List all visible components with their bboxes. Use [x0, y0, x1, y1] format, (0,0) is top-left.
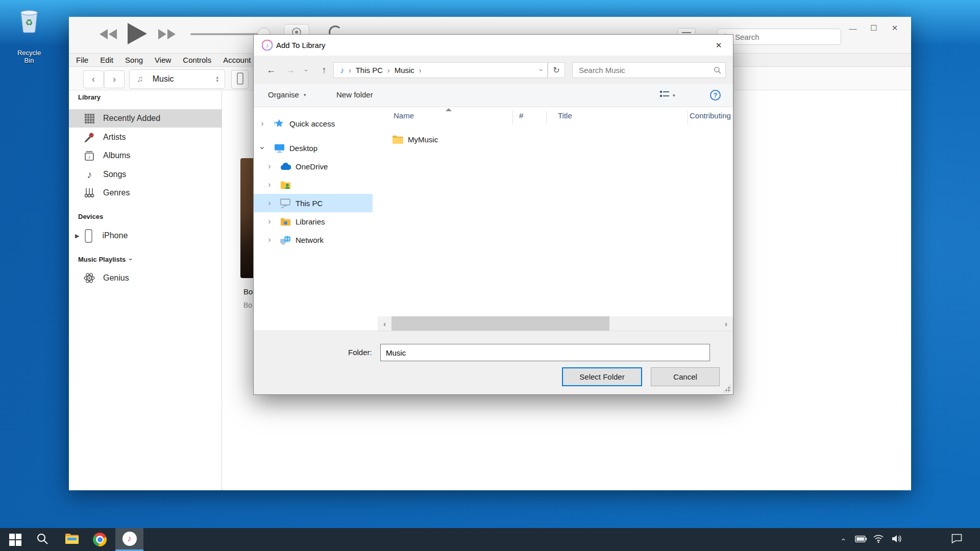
select-folder-button[interactable]: Select Folder	[562, 367, 642, 386]
tray-show-hidden-icons-button[interactable]: ›	[835, 528, 849, 551]
minimize-button[interactable]: —	[845, 22, 861, 34]
sidebar-item-label: Albums	[103, 151, 130, 160]
microphone-icon	[83, 132, 95, 142]
scroll-left-button[interactable]: ‹	[378, 316, 391, 331]
media-kind-selector[interactable]: ♫ Music ▴▾	[129, 69, 225, 89]
taskbar-chrome-button[interactable]	[86, 528, 114, 551]
iphone-device-button[interactable]	[231, 70, 249, 89]
refresh-button[interactable]: ↻	[548, 62, 565, 78]
taskbar-itunes-button[interactable]: ♪	[115, 528, 143, 551]
tree-item-desktop[interactable]: › Desktop	[254, 139, 373, 157]
menu-edit[interactable]: Edit	[100, 56, 113, 64]
scroll-right-button[interactable]: ›	[719, 316, 733, 331]
breadcrumb-separator-icon: ›	[419, 66, 422, 74]
new-folder-button[interactable]: New folder	[336, 90, 373, 99]
sidebar-item-albums[interactable]: ♪ Albums	[69, 146, 222, 165]
organise-menu-button[interactable]: Organise ▾	[268, 90, 306, 99]
chevron-down-icon: ›	[303, 69, 310, 71]
expander-chevron-icon[interactable]: ›	[259, 119, 266, 128]
nav-history-dropdown[interactable]: ›	[301, 62, 312, 78]
menu-account[interactable]: Account	[223, 56, 251, 64]
folder-name-input[interactable]	[380, 344, 710, 361]
tray-action-center-button[interactable]	[948, 528, 965, 551]
minimize-icon: —	[849, 24, 857, 33]
sidebar-item-recently-added[interactable]: Recently Added	[69, 109, 222, 128]
cancel-button[interactable]: Cancel	[651, 367, 720, 386]
tray-battery-button[interactable]	[853, 528, 868, 551]
tree-item-onedrive[interactable]: › OneDrive	[254, 157, 373, 176]
menu-controls[interactable]: Controls	[183, 56, 211, 64]
address-dropdown-icon[interactable]: ›	[537, 69, 545, 71]
close-icon: ✕	[716, 41, 722, 50]
expander-chevron-icon[interactable]: ›	[266, 235, 273, 244]
itunes-search-box[interactable]	[717, 29, 841, 45]
breadcrumb-music[interactable]: Music	[395, 66, 414, 74]
itunes-forward-button[interactable]: ›	[104, 70, 125, 88]
tree-item-libraries[interactable]: › Libraries	[254, 212, 373, 231]
rewind-button[interactable]	[99, 29, 117, 42]
sidebar-item-artists[interactable]: Artists	[69, 128, 222, 146]
column-header-title[interactable]: Title	[558, 111, 572, 120]
dialog-close-button[interactable]: ✕	[708, 39, 729, 52]
tree-item-user-folder[interactable]: ›	[254, 176, 373, 194]
sidebar-item-iphone[interactable]: ▶ iPhone	[69, 227, 222, 245]
address-breadcrumb-bar[interactable]: ♪ › This PC › Music › ›	[333, 62, 548, 78]
fast-forward-button[interactable]	[158, 29, 176, 42]
help-button[interactable]: ?	[710, 90, 721, 101]
views-button[interactable]: ▾	[659, 89, 675, 102]
column-header-contributing[interactable]: Contributing artists	[690, 111, 733, 120]
nav-forward-button[interactable]: →	[282, 62, 299, 78]
expander-chevron-icon[interactable]: ›	[266, 217, 273, 226]
volume-slider-track[interactable]	[190, 33, 259, 35]
column-separator[interactable]	[546, 110, 547, 124]
horizontal-scrollbar[interactable]: ‹ ›	[378, 316, 733, 331]
expander-chevron-icon[interactable]: ›	[266, 180, 273, 189]
music-note-icon: ♪	[83, 169, 95, 181]
itunes-search-input[interactable]	[734, 32, 833, 42]
dialog-search-box[interactable]	[572, 62, 726, 78]
desktop: ♻ Recycle Bin — ☐ ✕ File Edit	[0, 0, 980, 551]
sidebar-item-genius[interactable]: Genius	[69, 269, 222, 287]
breadcrumb-this-pc[interactable]: This PC	[356, 66, 383, 74]
sidebar-item-songs[interactable]: ♪ Songs	[69, 165, 222, 184]
sidebar-playlists-header[interactable]: Music Playlists ›	[78, 256, 132, 263]
taskbar-search-button[interactable]	[28, 528, 56, 551]
recycle-bin-shortcut[interactable]: ♻ Recycle Bin	[12, 6, 46, 54]
iphone-icon	[237, 72, 243, 87]
tray-volume-button[interactable]	[890, 528, 904, 551]
album-artwork[interactable]	[240, 158, 254, 278]
tree-item-quick-access[interactable]: › Quick access	[254, 114, 373, 133]
column-header-name[interactable]: Name	[394, 111, 414, 120]
nav-back-button[interactable]: ←	[263, 62, 279, 78]
scrollbar-thumb[interactable]	[391, 316, 609, 331]
nav-up-button[interactable]: ↑	[316, 62, 332, 78]
tray-network-button[interactable]	[871, 528, 886, 551]
file-row-mymusic[interactable]: MyMusic	[378, 131, 633, 148]
column-separator[interactable]	[688, 110, 688, 124]
start-button[interactable]	[1, 528, 29, 551]
expander-chevron-icon[interactable]: ›	[266, 162, 273, 171]
dialog-titlebar[interactable]: ♪ Add To Library ✕	[254, 35, 733, 56]
svg-text:♻: ♻	[25, 18, 33, 28]
expander-chevron-icon[interactable]: ›	[266, 198, 273, 208]
maximize-button[interactable]: ☐	[866, 22, 881, 34]
dialog-search-input[interactable]	[578, 65, 702, 75]
sidebar-item-label: Genres	[103, 188, 130, 197]
expander-chevron-icon[interactable]: ›	[258, 144, 267, 152]
play-button[interactable]	[127, 22, 148, 47]
sidebar-item-genres[interactable]: Genres	[69, 184, 222, 202]
tree-item-this-pc[interactable]: › This PC	[254, 194, 373, 212]
sidebar-item-label: Recently Added	[103, 114, 160, 123]
tree-item-network[interactable]: › Network	[254, 231, 373, 249]
itunes-back-button[interactable]: ‹	[83, 70, 104, 88]
close-button[interactable]: ✕	[887, 22, 902, 34]
column-separator[interactable]	[512, 110, 513, 124]
menu-view[interactable]: View	[155, 56, 171, 64]
search-icon	[714, 66, 721, 74]
album-subtitle: Bo	[243, 301, 252, 309]
column-header-number[interactable]: #	[519, 111, 523, 120]
resize-grip[interactable]	[723, 384, 731, 392]
menu-song[interactable]: Song	[125, 56, 143, 64]
taskbar-file-explorer-button[interactable]	[58, 528, 86, 551]
menu-file[interactable]: File	[76, 56, 88, 64]
